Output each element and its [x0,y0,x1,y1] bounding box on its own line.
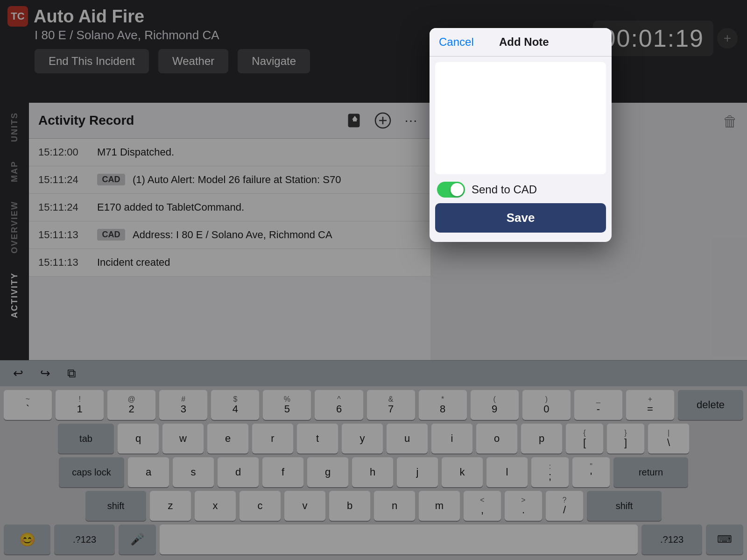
send-to-cad-row: Send to CAD [435,176,606,203]
send-to-cad-toggle[interactable] [437,182,465,198]
modal-title: Add Note [499,35,549,49]
note-textarea[interactable] [435,62,606,174]
modal-header: Cancel Add Note [430,28,612,57]
modal-body: Send to CAD Save [430,57,612,242]
save-button[interactable]: Save [435,203,606,233]
toggle-knob [451,183,464,196]
send-to-cad-label: Send to CAD [472,183,537,196]
modal-cancel-button[interactable]: Cancel [439,35,474,49]
add-note-modal: Cancel Add Note Send to CAD Save [430,28,612,242]
modal-overlay[interactable] [0,0,747,560]
